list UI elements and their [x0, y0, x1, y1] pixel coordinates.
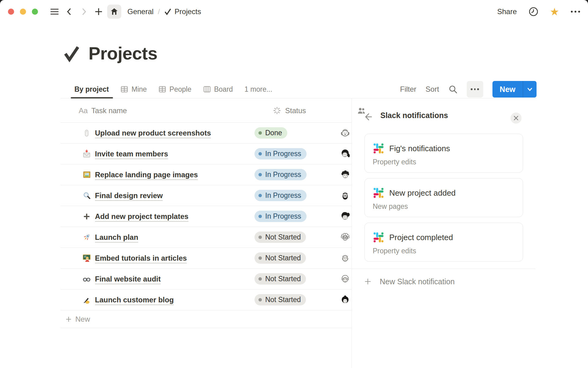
more-icon[interactable]	[571, 11, 580, 13]
minimize-window-button[interactable]	[20, 9, 26, 15]
tab-label: Mine	[131, 85, 147, 94]
assignee-cell[interactable]	[338, 294, 352, 306]
status-badge[interactable]: Done	[254, 127, 287, 139]
new-page-icon[interactable]	[92, 6, 105, 18]
avatar	[339, 169, 351, 181]
task-cell[interactable]: Launch plan	[60, 233, 254, 242]
assignee-cell[interactable]	[338, 273, 352, 285]
assignee-cell[interactable]	[338, 190, 352, 201]
task-cell[interactable]: Launch customer blog	[60, 296, 254, 304]
status-badge[interactable]: Not Started	[254, 294, 306, 305]
status-badge[interactable]: Not Started	[254, 273, 306, 285]
status-badge[interactable]: In Progress	[254, 190, 307, 201]
status-cell[interactable]: Not Started	[254, 294, 338, 305]
board-icon	[203, 85, 211, 93]
assignee-cell[interactable]	[338, 148, 352, 160]
status-dot-icon	[258, 131, 262, 135]
assignee-cell[interactable]	[338, 252, 352, 264]
tab-people[interactable]: People	[158, 80, 191, 98]
new-button[interactable]: New	[492, 81, 537, 98]
forward-icon[interactable]	[78, 6, 90, 18]
table-row[interactable]: Replace landing page images In Progress	[60, 164, 352, 185]
assignee-cell[interactable]	[338, 211, 352, 222]
sort-button[interactable]: Sort	[426, 85, 439, 94]
task-title[interactable]: Launch customer blog	[95, 296, 174, 304]
status-cell[interactable]: Not Started	[254, 273, 338, 285]
filter-button[interactable]: Filter	[400, 85, 416, 94]
tab-by-project[interactable]: By project	[74, 80, 109, 98]
tab-mine[interactable]: Mine	[120, 80, 147, 98]
star-icon[interactable]: ★	[550, 6, 559, 17]
task-title[interactable]: Final design review	[95, 191, 163, 200]
table-row[interactable]: Final website audit Not Started	[60, 269, 352, 289]
app-window: General / Projects Share ★ Projects By p…	[0, 0, 588, 368]
table-row[interactable]: Invite team members In Progress	[60, 144, 352, 164]
tab-label: By project	[74, 85, 109, 94]
notification-card[interactable]: Project completed Property edits	[364, 223, 523, 262]
status-cell[interactable]: In Progress	[254, 169, 338, 180]
status-badge[interactable]: In Progress	[254, 148, 307, 159]
chevron-down-icon[interactable]	[523, 81, 537, 98]
traffic-lights	[8, 9, 38, 15]
task-cell[interactable]: Invite team members	[60, 150, 254, 158]
notification-card[interactable]: New project added New pages	[364, 178, 523, 217]
task-cell[interactable]: Replace landing page images	[60, 171, 254, 179]
close-window-button[interactable]	[8, 9, 14, 15]
status-badge[interactable]: In Progress	[254, 211, 307, 222]
task-title[interactable]: Embed tutorials in articles	[95, 254, 187, 263]
hamburger-icon[interactable]	[48, 6, 61, 18]
task-cell[interactable]: Embed tutorials in articles	[60, 254, 254, 263]
zoom-window-button[interactable]	[32, 9, 38, 15]
notification-card[interactable]: Fig's notifications Property edits	[364, 134, 523, 173]
table-row[interactable]: Final design review In Progress	[60, 185, 352, 206]
task-cell[interactable]: Upload new product screenshots	[60, 129, 254, 137]
status-cell[interactable]: In Progress	[254, 190, 338, 201]
assignee-cell[interactable]	[338, 232, 352, 243]
status-badge[interactable]: In Progress	[254, 169, 307, 180]
assignee-cell[interactable]	[338, 169, 352, 181]
status-cell[interactable]: In Progress	[254, 211, 338, 222]
search-icon[interactable]	[448, 85, 458, 94]
assignee-cell[interactable]	[338, 127, 352, 139]
tab-board[interactable]: Board	[203, 80, 233, 98]
view-options-icon[interactable]	[467, 81, 483, 98]
task-title[interactable]: Launch plan	[95, 233, 138, 242]
task-title[interactable]: Final website audit	[95, 275, 161, 283]
new-row-button[interactable]: New	[60, 310, 352, 328]
status-badge[interactable]: Not Started	[254, 232, 306, 243]
new-slack-notification-button[interactable]: New Slack notification	[364, 275, 455, 288]
table-row[interactable]: Add new project templates In Progress	[60, 206, 352, 227]
tab-more-views[interactable]: 1 more...	[244, 80, 272, 98]
table-row[interactable]: Upload new product screenshots Done	[60, 123, 352, 144]
home-icon[interactable]	[107, 5, 121, 19]
column-task-name[interactable]: Aa Task name	[60, 106, 273, 115]
status-dot-icon	[258, 277, 262, 281]
clock-icon[interactable]	[529, 7, 538, 17]
status-cell[interactable]: Done	[254, 127, 338, 139]
task-cell[interactable]: Add new project templates	[60, 212, 254, 221]
close-icon[interactable]	[511, 113, 522, 124]
task-title[interactable]: Replace landing page images	[95, 171, 198, 179]
table-header: Aa Task name Status	[60, 99, 352, 123]
table-row[interactable]: Embed tutorials in articles Not Started	[60, 248, 352, 269]
table-row[interactable]: Launch customer blog Not Started	[60, 289, 352, 310]
task-title[interactable]: Invite team members	[95, 150, 168, 158]
status-cell[interactable]: Not Started	[254, 252, 338, 264]
column-status[interactable]: Status	[273, 106, 357, 115]
task-title[interactable]: Upload new product screenshots	[95, 129, 211, 137]
status-cell[interactable]: Not Started	[254, 232, 338, 243]
status-cell[interactable]: In Progress	[254, 148, 338, 159]
breadcrumb-root[interactable]: General	[127, 7, 153, 16]
task-cell[interactable]: Final website audit	[60, 275, 254, 283]
table-row[interactable]: Launch plan Not Started	[60, 227, 352, 248]
back-arrow-icon[interactable]	[363, 112, 372, 121]
task-title[interactable]: Add new project templates	[95, 212, 188, 221]
page-title-text[interactable]: Projects	[89, 43, 157, 63]
breadcrumb-page[interactable]: Projects	[175, 7, 201, 16]
status-badge[interactable]: Not Started	[254, 252, 306, 264]
back-icon[interactable]	[63, 6, 75, 18]
task-cell[interactable]: Final design review	[60, 191, 254, 200]
status-dot-icon	[258, 173, 262, 176]
new-button-label[interactable]: New	[492, 81, 523, 98]
share-button[interactable]: Share	[497, 7, 517, 16]
